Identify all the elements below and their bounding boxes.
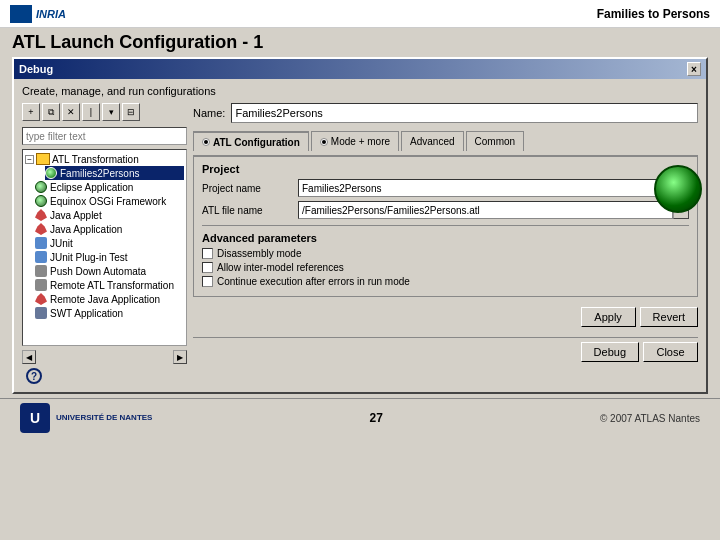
list-item[interactable]: Java Application xyxy=(35,222,184,236)
apply-button[interactable]: Apply xyxy=(581,307,636,327)
tab-label-mode: Mode + more xyxy=(331,136,390,147)
project-name-row: Project name ▾ xyxy=(202,179,689,197)
list-item[interactable]: SWT Application xyxy=(35,306,184,320)
tab-common[interactable]: Common xyxy=(466,131,525,151)
config-panel: Project Project name ▾ ATL file name xyxy=(193,155,698,297)
dialog-titlebar: Debug × xyxy=(14,59,706,79)
continue-label: Continue execution after errors in run m… xyxy=(217,276,410,287)
java-icon xyxy=(35,223,47,235)
tab-mode[interactable]: Mode + more xyxy=(311,131,399,151)
list-item[interactable]: JUnit xyxy=(35,236,184,250)
footer-logo: U UNIVERSITÉ DE NANTES xyxy=(20,403,152,433)
help-row: ? xyxy=(22,366,698,386)
duplicate-button[interactable]: ⧉ xyxy=(42,103,60,121)
inria-logo-icon xyxy=(10,5,32,23)
debug-dialog: Debug × Create, manage, and run configur… xyxy=(12,57,708,394)
continue-row: Continue execution after errors in run m… xyxy=(202,276,689,287)
list-item[interactable]: Push Down Automata xyxy=(35,264,184,278)
disassembly-row: Disassembly mode xyxy=(202,248,689,259)
tree-prev-button[interactable]: ◀ xyxy=(22,350,36,364)
debug-button[interactable]: Debug xyxy=(581,342,639,362)
name-row: Name: xyxy=(193,103,698,123)
help-icon[interactable]: ? xyxy=(26,368,42,384)
tab-radio-atl xyxy=(202,138,210,146)
collapse-button[interactable]: ⊟ xyxy=(122,103,140,121)
tree-item-label: Eclipse Application xyxy=(50,182,133,193)
delete-button[interactable]: ✕ xyxy=(62,103,80,121)
list-item[interactable]: Java Applet xyxy=(35,208,184,222)
swt-icon xyxy=(35,307,47,319)
tree-item-label: Java Applet xyxy=(50,210,102,221)
run-icon xyxy=(45,167,57,179)
separator xyxy=(202,225,689,226)
tab-label-common: Common xyxy=(475,136,516,147)
generic-icon xyxy=(35,279,47,291)
inter-model-checkbox[interactable] xyxy=(202,262,213,273)
tab-atl-configuration[interactable]: ATL Configuration xyxy=(193,131,309,151)
revert-button[interactable]: Revert xyxy=(640,307,698,327)
atl-file-input[interactable] xyxy=(298,201,673,219)
list-item[interactable]: Eclipse Application xyxy=(35,180,184,194)
inter-model-row: Allow inter-model references xyxy=(202,262,689,273)
tab-advanced[interactable]: Advanced xyxy=(401,131,463,151)
list-item[interactable]: Equinox OSGi Framework xyxy=(35,194,184,208)
inria-logo-text: INRIA xyxy=(36,8,66,20)
tree-next-button[interactable]: ▶ xyxy=(173,350,187,364)
list-item[interactable]: Remote ATL Transformation xyxy=(35,278,184,292)
tree-item-label: SWT Application xyxy=(50,308,123,319)
disassembly-label: Disassembly mode xyxy=(217,248,301,259)
name-label: Name: xyxy=(193,107,225,119)
dialog-content: + ⧉ ✕ | ▾ ⊟ − xyxy=(22,103,698,364)
java-icon xyxy=(35,293,47,305)
list-item[interactable]: JUnit Plug-in Test xyxy=(35,250,184,264)
list-item[interactable]: − ATL Transformation xyxy=(25,152,184,166)
tree-expand-icon[interactable]: − xyxy=(25,155,34,164)
toolbar-sep: | xyxy=(82,103,100,121)
name-input[interactable] xyxy=(231,103,698,123)
copyright-text: © 2007 ATLAS Nantes xyxy=(600,413,700,424)
inria-logo: INRIA xyxy=(10,5,66,23)
filter-button[interactable]: ▾ xyxy=(102,103,120,121)
junit-icon xyxy=(35,237,47,249)
tree-item-label: Families2Persons xyxy=(60,168,139,179)
atl-logo-circle xyxy=(654,165,702,213)
filter-input[interactable] xyxy=(22,127,187,145)
new-config-button[interactable]: + xyxy=(22,103,40,121)
page-number: 27 xyxy=(370,411,383,425)
continue-checkbox[interactable] xyxy=(202,276,213,287)
junit-icon xyxy=(35,251,47,263)
tree-nav-row: ◀ ▶ xyxy=(22,350,187,364)
atl-file-row: ATL file name ▾ xyxy=(202,201,689,219)
atl-logo xyxy=(654,165,704,215)
dialog-wrapper: Debug × Create, manage, and run configur… xyxy=(0,57,720,394)
tree-item-label: JUnit xyxy=(50,238,73,249)
disassembly-checkbox[interactable] xyxy=(202,248,213,259)
footer: U UNIVERSITÉ DE NANTES 27 © 2007 ATLAS N… xyxy=(0,398,720,437)
tree-panel: − ATL Transformation Families2Persons Ec… xyxy=(22,149,187,346)
tab-label-atl: ATL Configuration xyxy=(213,137,300,148)
list-item[interactable]: Families2Persons xyxy=(45,166,184,180)
dialog-subtitle: Create, manage, and run configurations xyxy=(22,85,698,97)
list-item[interactable]: Remote Java Application xyxy=(35,292,184,306)
project-name-input[interactable] xyxy=(298,179,673,197)
inter-model-label: Allow inter-model references xyxy=(217,262,344,273)
project-name-combo: ▾ xyxy=(298,179,689,197)
tree-item-label: Java Application xyxy=(50,224,122,235)
generic-icon xyxy=(35,265,47,277)
apply-revert-row: Apply Revert xyxy=(193,303,698,329)
folder-icon xyxy=(36,153,50,165)
dialog-close-button[interactable]: × xyxy=(687,62,701,76)
tree-item-label: JUnit Plug-in Test xyxy=(50,252,128,263)
project-name-label: Project name xyxy=(202,183,292,194)
run-icon xyxy=(35,181,47,193)
java-icon xyxy=(35,209,47,221)
tab-label-advanced: Advanced xyxy=(410,136,454,147)
close-button[interactable]: Close xyxy=(643,342,698,362)
tree-item-label: Push Down Automata xyxy=(50,266,146,277)
toolbar-row: + ⧉ ✕ | ▾ ⊟ xyxy=(22,103,187,121)
run-icon xyxy=(35,195,47,207)
top-title: Families to Persons xyxy=(597,7,710,21)
tabs-row: ATL Configuration Mode + more Advanced C… xyxy=(193,131,698,151)
tree-item-label: Remote ATL Transformation xyxy=(50,280,174,291)
tree-item-label: Remote Java Application xyxy=(50,294,160,305)
